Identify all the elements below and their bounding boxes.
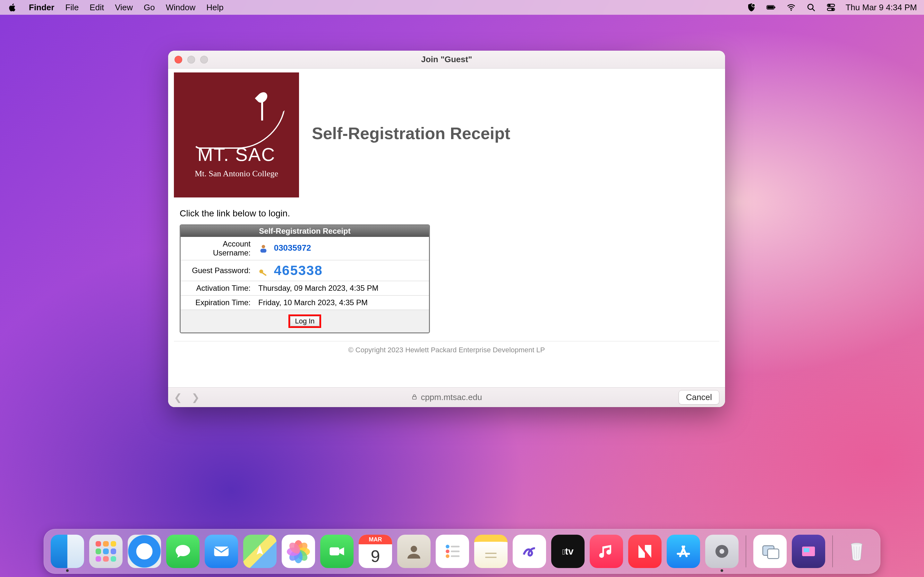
url-display: cppm.mtsac.edu <box>411 392 482 402</box>
svg-marker-17 <box>140 546 149 556</box>
menu-view[interactable]: View <box>115 3 133 13</box>
dock-news-icon[interactable] <box>628 535 662 568</box>
dock-separator <box>832 535 833 567</box>
menubar-right: Thu Mar 9 4:34 PM <box>746 2 917 13</box>
privacy-shield-icon[interactable] <box>746 2 757 13</box>
svg-point-5 <box>808 4 813 9</box>
key-icon <box>258 268 268 278</box>
dock-music-icon[interactable] <box>590 535 623 568</box>
login-button-highlight: Log In <box>288 314 321 328</box>
svg-rect-34 <box>804 548 809 552</box>
receipt-footer: Log In <box>181 309 429 332</box>
svg-point-8 <box>829 5 830 6</box>
username-label: Account Username: <box>181 237 254 260</box>
menu-edit[interactable]: Edit <box>89 3 104 13</box>
svg-rect-18 <box>214 546 229 556</box>
window-title: Join "Guest" <box>421 55 472 64</box>
activation-label: Activation Time: <box>181 281 254 295</box>
menu-go[interactable]: Go <box>144 3 155 13</box>
username-value[interactable]: 03035972 <box>274 243 311 253</box>
logo-subtitle: Mt. San Antonio College <box>195 169 278 179</box>
menu-file[interactable]: File <box>65 3 79 13</box>
svg-point-20 <box>411 546 417 552</box>
dock-messages-icon[interactable] <box>166 535 200 568</box>
dock-facetime-icon[interactable] <box>320 535 354 568</box>
mtsac-logo: MT. SAC Mt. San Antonio College <box>174 73 299 197</box>
nav-arrows: ❮ ❯ <box>174 392 200 403</box>
dock-preview-icon[interactable] <box>753 535 787 568</box>
svg-rect-14 <box>262 272 267 276</box>
password-label: Guest Password: <box>181 260 254 281</box>
tv-label: tv <box>565 546 573 556</box>
dock-notes-icon[interactable] <box>474 535 507 568</box>
expiration-value: Friday, 10 March 2023, 4:35 PM <box>254 295 429 310</box>
svg-point-21 <box>446 545 449 548</box>
dock-screenshot-folder-icon[interactable] <box>792 535 825 568</box>
calendar-month: MAR <box>359 535 392 544</box>
svg-rect-32 <box>768 549 779 559</box>
svg-point-4 <box>790 10 792 11</box>
menubar-app-name[interactable]: Finder <box>29 3 54 13</box>
svg-point-10 <box>832 9 834 10</box>
svg-line-6 <box>813 9 815 11</box>
menu-help[interactable]: Help <box>206 3 223 13</box>
password-cell: 465338 <box>254 260 429 281</box>
svg-point-11 <box>262 245 265 248</box>
apple-logo-icon[interactable] <box>7 2 18 13</box>
dock-freeform-icon[interactable] <box>513 535 546 568</box>
dock-safari-icon[interactable] <box>128 535 161 568</box>
lock-icon <box>411 392 418 402</box>
table-row: Account Username: 03035972 <box>181 237 429 260</box>
minimize-window-button <box>187 56 195 63</box>
macos-dock: MAR 9 tv <box>44 529 880 574</box>
wifi-icon[interactable] <box>786 2 796 13</box>
captive-portal-window: Join "Guest" MT. SAC Mt. San Antonio Col… <box>168 51 725 407</box>
menubar-left: Finder File Edit View Go Window Help <box>7 2 224 13</box>
divider <box>174 341 719 342</box>
svg-point-30 <box>720 549 724 554</box>
dock-separator <box>746 535 746 567</box>
calendar-day: 9 <box>371 544 380 568</box>
log-in-button[interactable]: Log In <box>290 316 319 326</box>
svg-rect-12 <box>260 249 267 253</box>
forward-arrow-icon: ❯ <box>192 392 200 403</box>
dock-mail-icon[interactable] <box>205 535 238 568</box>
instruction-text: Click the link below to login. <box>180 208 719 219</box>
dock-finder-icon[interactable] <box>51 535 84 568</box>
table-row: Activation Time: Thursday, 09 March 2023… <box>181 281 429 295</box>
receipt-header: Self-Registration Receipt <box>181 226 429 237</box>
menu-window[interactable]: Window <box>166 3 195 13</box>
receipt-table: Account Username: 03035972 Guest Passwor… <box>181 237 429 309</box>
window-bottombar: ❮ ❯ cppm.mtsac.edu Cancel <box>168 387 725 407</box>
svg-rect-15 <box>413 396 417 399</box>
copyright-text: © Copyright 2023 Hewlett Packard Enterpr… <box>174 346 719 354</box>
activation-value: Thursday, 09 March 2023, 4:35 PM <box>254 281 429 295</box>
expiration-label: Expiration Time: <box>181 295 254 310</box>
dock-calendar-icon[interactable]: MAR 9 <box>359 535 392 568</box>
dock-launchpad-icon[interactable] <box>89 535 123 568</box>
table-row: Expiration Time: Friday, 10 March 2023, … <box>181 295 429 310</box>
svg-rect-26 <box>451 556 460 557</box>
password-value: 465338 <box>274 263 323 278</box>
username-cell: 03035972 <box>254 237 429 260</box>
dock-appletv-icon[interactable]: tv <box>551 535 585 568</box>
svg-point-0 <box>752 4 755 7</box>
dock-reminders-icon[interactable] <box>436 535 469 568</box>
battery-icon[interactable] <box>766 2 777 13</box>
dock-photos-icon[interactable] <box>282 535 315 568</box>
dock-contacts-icon[interactable] <box>397 535 431 568</box>
dock-trash-icon[interactable] <box>840 535 873 568</box>
page-heading: Self-Registration Receipt <box>312 124 510 143</box>
dock-maps-icon[interactable] <box>243 535 276 568</box>
svg-point-25 <box>446 554 449 558</box>
cancel-button[interactable]: Cancel <box>678 390 719 405</box>
close-window-button[interactable] <box>174 56 182 63</box>
dock-appstore-icon[interactable] <box>667 535 700 568</box>
header-row: MT. SAC Mt. San Antonio College Self-Reg… <box>174 73 719 197</box>
svg-rect-19 <box>330 548 339 556</box>
dock-system-settings-icon[interactable] <box>705 535 738 568</box>
control-center-icon[interactable] <box>825 2 837 13</box>
menubar-clock[interactable]: Thu Mar 9 4:34 PM <box>845 3 917 13</box>
svg-rect-22 <box>451 546 460 548</box>
spotlight-search-icon[interactable] <box>806 2 817 13</box>
